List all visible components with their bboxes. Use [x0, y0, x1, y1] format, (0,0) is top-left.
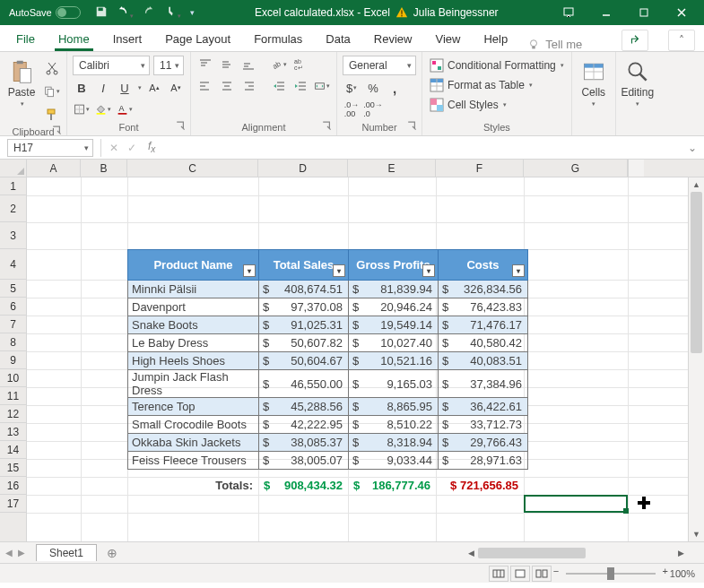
- column-header[interactable]: A: [27, 160, 81, 177]
- wrap-text-button[interactable]: abc↵: [291, 56, 309, 74]
- tab-review[interactable]: Review: [370, 29, 416, 51]
- cell-sales[interactable]: $50,607.82: [259, 334, 349, 352]
- tab-view[interactable]: View: [431, 29, 464, 51]
- dialog-launcher-icon[interactable]: [407, 121, 418, 132]
- column-header[interactable]: B: [81, 160, 127, 177]
- cell-costs[interactable]: $40,580.42: [439, 334, 528, 352]
- tab-help[interactable]: Help: [480, 29, 511, 51]
- row-header[interactable]: 2: [0, 195, 26, 222]
- sheet-tab[interactable]: Sheet1: [36, 544, 97, 561]
- cell-name[interactable]: Terence Top: [128, 398, 259, 416]
- cell-profits[interactable]: $8,510.22: [349, 416, 439, 434]
- table-row[interactable]: Le Baby Dress$50,607.82$10,027.40$40,580…: [128, 334, 528, 352]
- filter-icon[interactable]: ▾: [243, 264, 256, 277]
- row-header[interactable]: 15: [0, 459, 26, 477]
- table-row[interactable]: Minnki Pälsii$408,674.51$81,839.94$326,8…: [128, 281, 528, 298]
- tab-page-layout[interactable]: Page Layout: [161, 29, 234, 51]
- cell-costs[interactable]: $40,083.51: [439, 352, 528, 370]
- underline-button[interactable]: U: [116, 79, 134, 97]
- tab-insert[interactable]: Insert: [109, 29, 146, 51]
- cell-profits[interactable]: $9,033.44: [349, 452, 439, 470]
- cell-sales[interactable]: $38,085.37: [259, 434, 349, 452]
- table-row[interactable]: High Heels Shoes$50,604.67$10,521.16$40,…: [128, 352, 528, 370]
- row-header[interactable]: 10: [0, 369, 26, 387]
- font-name-selector[interactable]: Calibri: [73, 56, 150, 75]
- cell-sales[interactable]: $97,370.08: [259, 298, 349, 316]
- row-header[interactable]: 5: [0, 280, 26, 298]
- column-header[interactable]: E: [348, 160, 436, 177]
- normal-view-button[interactable]: [489, 566, 508, 582]
- column-header[interactable]: F: [436, 160, 524, 177]
- cell-sales[interactable]: $45,288.56: [259, 398, 349, 416]
- close-button[interactable]: [663, 0, 700, 25]
- zoom-slider[interactable]: [566, 573, 656, 575]
- align-bottom-button[interactable]: [239, 56, 257, 74]
- editing-button[interactable]: Editing ▾: [621, 56, 654, 119]
- table-row[interactable]: Snake Boots$91,025.31$19,549.14$71,476.1…: [128, 316, 528, 334]
- tab-file[interactable]: File: [13, 29, 39, 51]
- horizontal-scrollbar[interactable]: ◀▶: [464, 546, 688, 560]
- decrease-font-button[interactable]: A▾: [167, 79, 185, 97]
- cell-costs[interactable]: $71,476.17: [439, 316, 528, 334]
- cell-sales[interactable]: $42,222.95: [259, 416, 349, 434]
- font-color-button[interactable]: A▾: [116, 100, 134, 118]
- active-cell[interactable]: [524, 495, 628, 513]
- cell-name[interactable]: Davenport: [128, 298, 259, 316]
- share-button[interactable]: [621, 30, 648, 51]
- cell-name[interactable]: Feiss Fleece Trousers: [128, 452, 259, 470]
- qat-more-icon[interactable]: ▾: [190, 8, 195, 17]
- align-center-button[interactable]: [218, 77, 236, 95]
- row-header[interactable]: 9: [0, 351, 26, 369]
- row-header[interactable]: 3: [0, 222, 26, 249]
- cell-profits[interactable]: $10,027.40: [349, 334, 439, 352]
- cell-costs[interactable]: $28,971.63: [439, 452, 528, 470]
- row-header[interactable]: 16: [0, 477, 26, 495]
- row-header[interactable]: 4: [0, 249, 26, 280]
- cell-name[interactable]: Okkaba Skin Jackets: [128, 434, 259, 452]
- row-header[interactable]: 14: [0, 441, 26, 459]
- select-all-button[interactable]: [0, 160, 27, 177]
- cell-costs[interactable]: $33,712.73: [439, 416, 528, 434]
- cells-area[interactable]: Product Name▾ Total Sales▾ Gross Profits…: [27, 177, 688, 541]
- align-middle-button[interactable]: [218, 56, 236, 74]
- fill-color-button[interactable]: ▾: [94, 100, 112, 118]
- cell-name[interactable]: High Heels Shoes: [128, 352, 259, 370]
- tab-data[interactable]: Data: [322, 29, 353, 51]
- cell-name[interactable]: Le Baby Dress: [128, 334, 259, 352]
- dialog-launcher-icon[interactable]: [176, 121, 187, 132]
- cell-costs[interactable]: $36,422.61: [439, 398, 528, 416]
- underline-dropdown[interactable]: ▾: [138, 84, 142, 91]
- cell-costs[interactable]: $29,766.43: [439, 434, 528, 452]
- page-layout-view-button[interactable]: [510, 566, 530, 582]
- cell-profits[interactable]: $9,165.03: [349, 370, 439, 398]
- format-painter-button[interactable]: [43, 106, 61, 124]
- tell-me-search[interactable]: Tell me: [527, 38, 582, 51]
- redo-icon[interactable]: [143, 5, 155, 21]
- cell-sales[interactable]: $91,025.31: [259, 316, 349, 334]
- cell-profits[interactable]: $19,549.14: [349, 316, 439, 334]
- copy-button[interactable]: ▾: [43, 82, 61, 100]
- expand-formula-bar-icon[interactable]: ⌄: [684, 142, 700, 154]
- cell-sales[interactable]: $38,005.07: [259, 452, 349, 470]
- increase-indent-button[interactable]: [291, 77, 309, 95]
- filter-icon[interactable]: ▾: [333, 264, 345, 277]
- cell-profits[interactable]: $10,521.16: [349, 352, 439, 370]
- cell-profits[interactable]: $8,318.94: [349, 434, 439, 452]
- format-as-table-button[interactable]: Format as Table▾: [428, 77, 566, 93]
- align-left-button[interactable]: [196, 77, 214, 95]
- column-header[interactable]: G: [524, 160, 628, 177]
- cell-profits[interactable]: $81,839.94: [349, 281, 439, 298]
- zoom-level[interactable]: 100%: [670, 568, 695, 579]
- column-header[interactable]: D: [258, 160, 348, 177]
- font-size-selector[interactable]: 11: [153, 56, 184, 75]
- minimize-button[interactable]: [587, 0, 625, 25]
- new-sheet-button[interactable]: ⊕: [102, 543, 122, 563]
- row-header[interactable]: 6: [0, 298, 26, 316]
- cell-sales[interactable]: $408,674.51: [259, 281, 349, 298]
- cell-profits[interactable]: $8,865.95: [349, 398, 439, 416]
- cut-button[interactable]: [43, 59, 61, 77]
- vertical-scrollbar[interactable]: ▲ ▼: [688, 177, 704, 541]
- number-format-selector[interactable]: General: [343, 56, 416, 75]
- row-header[interactable]: 17: [0, 495, 26, 513]
- row-header[interactable]: 7: [0, 316, 26, 333]
